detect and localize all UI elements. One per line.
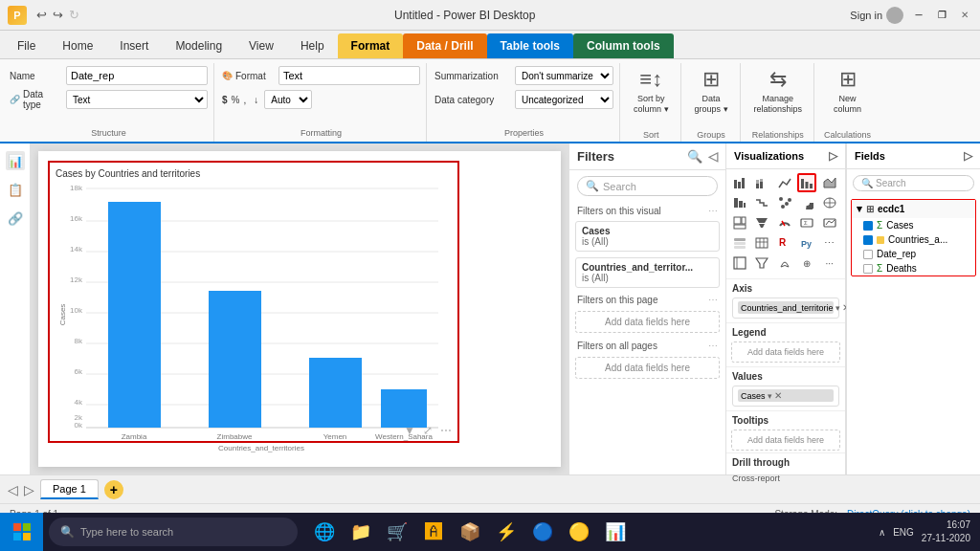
tab-insert[interactable]: Insert [106, 33, 162, 58]
taskbar-amazon-btn[interactable]: 🅰 [416, 515, 451, 549]
vis-shape[interactable] [730, 253, 749, 273]
data-groups-btn[interactable]: ⊞ Datagroups ▾ [691, 63, 732, 119]
summarization-select[interactable]: Don't summarize [515, 66, 613, 85]
tab-format[interactable]: Format [338, 33, 404, 58]
filters-search-box[interactable]: 🔍 Search [577, 176, 718, 196]
fields-search-box[interactable]: 🔍 Search [853, 175, 974, 191]
format-input[interactable] [278, 66, 420, 85]
taskbar-edge-btn[interactable]: 🌐 [307, 515, 342, 549]
chart-visual[interactable]: Cases by Countries and territories 18k 1… [48, 161, 459, 443]
vis-gauge[interactable] [775, 213, 794, 232]
tab-datadrill[interactable]: Data / Drill [403, 33, 486, 58]
taskbar-dropbox-btn[interactable]: 📦 [453, 515, 487, 549]
refresh-btn[interactable]: ↻ [69, 8, 79, 22]
vis-treemap[interactable] [730, 213, 749, 232]
filter-icon[interactable]: ▼ [404, 424, 415, 437]
vis-funnel[interactable] [752, 213, 771, 232]
page-tab-1[interactable]: Page 1 [40, 479, 99, 499]
decimal-down-btn[interactable]: ↓ [254, 95, 258, 105]
vis-paint[interactable] [775, 253, 794, 273]
currency-btn[interactable]: $ [222, 95, 228, 105]
taskbar-app6-btn[interactable]: 🟡 [562, 515, 596, 549]
vis-line-chart[interactable] [775, 173, 794, 192]
field-daterep-checkbox[interactable] [863, 250, 873, 259]
new-column-btn[interactable]: ⊞ Newcolumn [830, 63, 865, 119]
focus-icon[interactable]: ⤢ [423, 424, 433, 437]
signin-button[interactable]: Sign in [850, 7, 903, 24]
tab-file[interactable]: File [4, 33, 49, 58]
tab-tabletools[interactable]: Table tools [487, 33, 573, 58]
tab-help[interactable]: Help [287, 33, 338, 58]
tab-modeling[interactable]: Modeling [162, 33, 235, 58]
vis-bar-chart[interactable] [730, 173, 749, 192]
vis-waterfall[interactable] [752, 193, 771, 212]
more-options-icon[interactable]: ⋯ [440, 424, 452, 437]
filter-card-cases[interactable]: Cases is (All) [575, 221, 720, 252]
vis-table[interactable] [752, 233, 771, 253]
report-view-btn[interactable]: 📊 [6, 151, 25, 170]
page-next-btn[interactable]: ▷ [24, 482, 34, 497]
field-table-header[interactable]: ▾ ⊞ ecdc1 [852, 200, 975, 218]
field-cases-checkbox[interactable] [863, 221, 873, 231]
vis-column-chart[interactable] [797, 173, 816, 192]
vis-stacked-bar[interactable] [752, 173, 771, 192]
auto-select[interactable]: Auto [264, 90, 312, 109]
name-input[interactable] [66, 66, 208, 85]
vis-dots[interactable]: ··· [820, 253, 839, 273]
close-btn[interactable]: ✕ [957, 8, 972, 23]
vis-area-chart[interactable] [820, 173, 839, 192]
filter-card-countries[interactable]: Countries_and_territor... is (All) [575, 257, 720, 288]
vis-filter-icon[interactable] [752, 253, 771, 273]
taskbar-pbi-btn[interactable]: 📊 [598, 515, 633, 549]
field-deaths-checkbox[interactable] [863, 264, 873, 274]
vis-values-field[interactable]: Cases ▾ ✕ [732, 386, 839, 407]
tab-view[interactable]: View [235, 33, 287, 58]
vis-values-remove[interactable]: ✕ [774, 390, 782, 401]
filters-allpages-more[interactable]: ⋯ [708, 341, 718, 351]
vis-pie[interactable] [797, 193, 816, 212]
vis-matrix[interactable]: R [775, 233, 794, 253]
taskbar-hidden-icons[interactable]: ∧ [879, 527, 885, 538]
vis-scatter[interactable] [775, 193, 794, 212]
tab-columntools[interactable]: Column tools [573, 33, 674, 58]
field-item-deaths[interactable]: Σ Deaths [852, 261, 975, 276]
vis-card[interactable]: Σ [797, 213, 816, 232]
restore-btn[interactable]: ❐ [934, 8, 949, 23]
manage-relationships-btn[interactable]: ⇆ Managerelationships [750, 63, 807, 119]
field-item-countries[interactable]: Countries_a... [852, 232, 975, 247]
vis-tooltips-add[interactable]: Add data fields here [731, 430, 840, 451]
field-item-daterep[interactable]: Date_rep [852, 247, 975, 261]
vis-axis-field[interactable]: Countries_and_territorie ▾ ✕ [732, 298, 839, 319]
filter-collapse-icon[interactable]: ◁ [708, 149, 718, 164]
datacategory-select[interactable]: Uncategorized [515, 90, 613, 109]
taskbar-app5-btn[interactable]: ⚡ [489, 515, 523, 549]
sort-by-column-btn[interactable]: ≡↕ Sort bycolumn ▾ [630, 63, 673, 119]
add-data-fields-all[interactable]: Add data fields here [575, 357, 720, 379]
vis-map[interactable] [820, 193, 839, 212]
taskbar-search[interactable]: 🔍 Type here to search [49, 518, 298, 546]
filters-page-more[interactable]: ⋯ [708, 295, 718, 305]
vis-kpi[interactable] [820, 213, 839, 232]
vis-legend-add[interactable]: Add data fields here [731, 342, 840, 363]
minimize-btn[interactable]: ─ [911, 8, 926, 23]
add-data-fields-page[interactable]: Add data fields here [575, 311, 720, 333]
model-view-btn[interactable]: 🔗 [6, 209, 25, 228]
redo-btn[interactable]: ↪ [53, 8, 63, 22]
fields-collapse-icon[interactable]: ▷ [964, 149, 972, 163]
tab-home[interactable]: Home [49, 33, 106, 58]
vis-python[interactable]: Py [797, 233, 816, 253]
vis-ribbon[interactable] [730, 193, 749, 212]
data-view-btn[interactable]: 📋 [6, 180, 25, 199]
undo-btn[interactable]: ↩ [36, 8, 47, 22]
taskbar-store-btn[interactable]: 🛒 [380, 515, 414, 549]
vis-slicer[interactable] [730, 233, 749, 253]
field-countries-checkbox[interactable] [863, 235, 873, 245]
vis-more[interactable]: ⋯ [820, 233, 839, 253]
vis-custom-1[interactable]: ⊕ [797, 253, 816, 273]
filters-visual-more[interactable]: ⋯ [708, 206, 718, 216]
comma-btn[interactable]: , [243, 95, 246, 105]
datatype-select[interactable]: Text [66, 90, 208, 109]
filter-search-icon[interactable]: 🔍 [687, 149, 702, 164]
vis-collapse-icon[interactable]: ▷ [829, 149, 837, 163]
add-page-btn[interactable]: + [104, 480, 123, 499]
